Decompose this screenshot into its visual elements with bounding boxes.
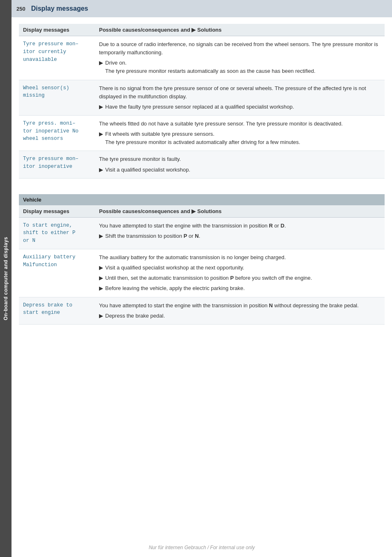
table-row: Tyre pressure mon–itor currentlyunavaila… <box>19 36 385 80</box>
vehicle-col2-header: Possible causes/consequences and ▶ Solut… <box>95 205 385 218</box>
display-message: Tyre pressure mon–itor currentlyunavaila… <box>19 36 95 80</box>
description: The tyre pressure monitor is faulty. ▶ V… <box>95 151 385 178</box>
description: There is no signal from the tyre pressur… <box>95 80 385 115</box>
vehicle-col1-header: Display messages <box>19 205 95 218</box>
bullet-arrow-icon: ▶ <box>99 166 103 174</box>
table-row: Wheel sensor(s)missing There is no signa… <box>19 80 385 115</box>
tyre-pressure-table: Display messages Possible causes/consequ… <box>19 24 385 179</box>
display-message: Wheel sensor(s)missing <box>19 80 95 115</box>
bullet-arrow-icon: ▶ <box>99 264 103 272</box>
bullet-arrow-icon: ▶ <box>99 103 103 111</box>
display-message: Auxiliary batteryMalfunction <box>19 249 95 297</box>
description: You have attempted to start the engine w… <box>95 297 385 324</box>
page-header: 250 Display messages <box>12 0 392 17</box>
table-row: To start engine,shift to either Por N Yo… <box>19 217 385 249</box>
section-gap <box>19 188 385 194</box>
description: You have attempted to start the engine w… <box>95 217 385 249</box>
main-content: Display messages Possible causes/consequ… <box>12 17 392 557</box>
bullet-arrow-icon: ▶ <box>99 274 103 282</box>
vehicle-table: Vehicle Display messages Possible causes… <box>19 194 385 325</box>
bullet-arrow-icon: ▶ <box>99 284 103 292</box>
description: The auxiliary battery for the automatic … <box>95 249 385 297</box>
display-message: Tyre press. moni–tor inoperative Nowheel… <box>19 115 95 151</box>
display-message: To start engine,shift to either Por N <box>19 217 95 249</box>
bullet-arrow-icon: ▶ <box>99 232 103 240</box>
description: Due to a source of radio interference, n… <box>95 36 385 80</box>
table-row: Depress brake tostart engine You have at… <box>19 297 385 324</box>
description: The wheels fitted do not have a suitable… <box>95 115 385 151</box>
footer-text: Nur für internen Gebrauch / For internal… <box>149 545 255 550</box>
tyre-table-header-row: Display messages Possible causes/consequ… <box>19 24 385 36</box>
table-row: Tyre press. moni–tor inoperative Nowheel… <box>19 115 385 151</box>
col1-header: Display messages <box>19 24 95 36</box>
bullet-arrow-icon: ▶ <box>99 130 103 138</box>
page-title: Display messages <box>31 5 88 12</box>
table-row: Tyre pressure mon–itor inoperative The t… <box>19 151 385 178</box>
bullet-arrow-icon: ▶ <box>99 59 103 67</box>
bullet-arrow-icon: ▶ <box>99 312 103 320</box>
display-message: Depress brake tostart engine <box>19 297 95 324</box>
display-message: Tyre pressure mon–itor inoperative <box>19 151 95 178</box>
sidebar-label: On-board computer and displays <box>3 237 9 320</box>
page-number: 250 <box>16 6 25 12</box>
footer: Nur für internen Gebrauch / For internal… <box>12 545 392 550</box>
vehicle-section-label: Vehicle <box>19 194 385 205</box>
col2-header: Possible causes/consequences and ▶ Solut… <box>95 24 385 36</box>
sidebar: On-board computer and displays <box>0 0 12 557</box>
vehicle-col-header-row: Display messages Possible causes/consequ… <box>19 205 385 218</box>
vehicle-section-header: Vehicle <box>19 194 385 205</box>
table-row: Auxiliary batteryMalfunction The auxilia… <box>19 249 385 297</box>
